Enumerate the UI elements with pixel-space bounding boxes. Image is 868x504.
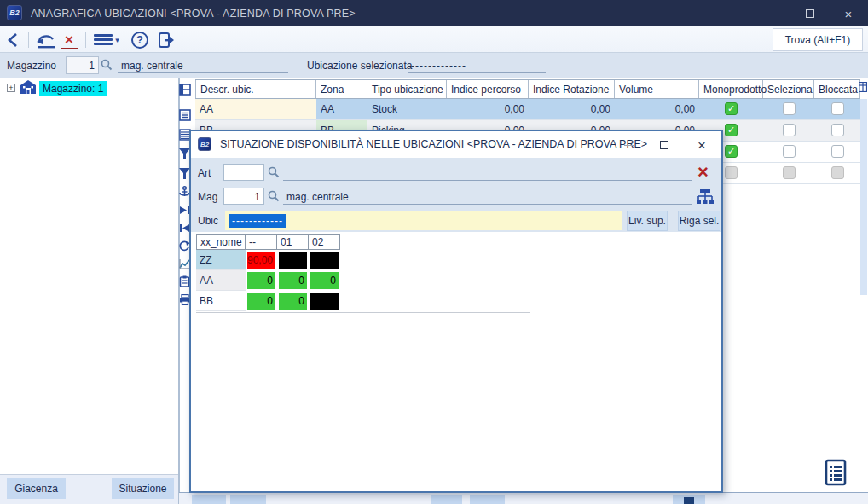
find-shortcut-button[interactable]: Trova (Alt+F1) (773, 28, 863, 51)
cell-descr[interactable]: AA (195, 99, 316, 119)
dialog-title-bar: B2 SITUAZIONE DISPONIBILITÀ NELLE UBICAZ… (191, 131, 721, 158)
grid-cell[interactable] (310, 293, 339, 310)
grid-row[interactable]: ZZ 90,00 (196, 250, 340, 270)
dialog-maximize-button[interactable] (651, 137, 677, 153)
ubic-input[interactable]: ------------ (225, 211, 622, 230)
bloccata-checkbox[interactable] (831, 124, 844, 136)
undo-button[interactable] (35, 29, 57, 50)
seleziona-checkbox-disabled (783, 166, 796, 179)
column-indice-rotazione[interactable]: Indice Rotazione (529, 80, 615, 98)
close-button[interactable]: × (836, 6, 861, 21)
cell-tipo[interactable]: Stock (367, 99, 447, 119)
menu-button[interactable]: ▾ (92, 29, 121, 50)
column-tipo-ubicazione[interactable]: Tipo ubicazione (367, 80, 447, 98)
art-input[interactable] (223, 164, 264, 181)
cell-indice-percorso[interactable]: 0,00 (447, 99, 529, 119)
ubicazione-label: Ubicazione selezionata (307, 60, 412, 72)
title-bar: B2 ANAGRAFICA UBICAZIONI <PROVA - AZIEND… (0, 0, 868, 26)
grid-row-name[interactable]: ZZ (196, 250, 246, 270)
grid-cell[interactable]: 0 (310, 272, 339, 289)
tab-giacenza[interactable]: Giacenza (7, 478, 66, 499)
monoprodotto-checkbox[interactable]: ✓ (725, 145, 738, 158)
delete-button[interactable]: × (59, 29, 79, 50)
dialog-minimize-button[interactable] (616, 137, 641, 153)
grid-row-name[interactable]: BB (196, 291, 246, 311)
list-icon[interactable] (179, 108, 194, 122)
riga-sel-button[interactable]: Riga sel. (678, 211, 720, 231)
mag-input[interactable]: 1 (223, 188, 264, 205)
panel-splitter[interactable] (178, 78, 180, 504)
bloccata-checkbox[interactable] (831, 145, 844, 158)
grid-icon[interactable] (179, 83, 194, 96)
report-button[interactable] (825, 459, 847, 486)
column-bloccata[interactable]: Bloccata (814, 80, 860, 98)
tree-node-magazzino[interactable]: Magazzino: 1 (39, 81, 107, 96)
structure-tree-icon[interactable] (696, 188, 715, 206)
column-zona[interactable]: Zona (316, 80, 367, 98)
grid-row[interactable]: BB 0 0 (196, 291, 340, 311)
dialog-cancel-icon[interactable]: × (697, 163, 709, 182)
warehouse-tree-panel: + Magazzino: 1 (0, 78, 178, 474)
tree-expander[interactable]: + (7, 84, 15, 92)
back-icon (7, 32, 19, 48)
app-logo-icon: B2 (198, 137, 211, 151)
grid-cell[interactable]: 0 (279, 272, 307, 289)
column-02[interactable]: 02 (309, 234, 340, 250)
back-button[interactable] (4, 29, 21, 50)
column-chooser-icon[interactable] (859, 82, 867, 92)
ubic-row: Ubic ------------ Liv. sup. Riga sel. (191, 210, 721, 232)
app-logo-icon: B2 (7, 5, 22, 20)
mag-search-icon[interactable] (268, 190, 280, 202)
liv-sup-button[interactable]: Liv. sup. (627, 211, 668, 231)
cell-volume[interactable]: 0,00 (615, 99, 699, 119)
grid-cell[interactable]: 0 (279, 293, 307, 310)
grid-cell[interactable]: 0 (247, 272, 275, 289)
window-title: ANAGRAFICA UBICAZIONI <PROVA - AZIENDA D… (31, 8, 356, 20)
dialog-grid-header: xx_nome -- 01 02 (196, 234, 340, 250)
bottom-button[interactable] (470, 495, 505, 504)
bottom-button[interactable] (192, 495, 226, 504)
column-seleziona[interactable]: Seleziona (763, 80, 814, 98)
maximize-button[interactable] (797, 6, 823, 21)
magazzino-input[interactable]: 1 (66, 56, 99, 74)
monoprodotto-checkbox[interactable]: ✓ (725, 102, 738, 115)
magazzino-desc-field: mag. centrale (118, 55, 288, 73)
column-descr-ubic[interactable]: Descr. ubic. (195, 80, 316, 98)
seleziona-checkbox[interactable] (783, 102, 796, 115)
seleziona-checkbox[interactable] (783, 124, 796, 136)
bottom-button[interactable] (230, 495, 266, 504)
cell-zona[interactable]: AA (316, 99, 367, 119)
art-label: Art (198, 167, 211, 179)
bottom-button[interactable] (673, 495, 705, 504)
help-button[interactable]: ? (130, 29, 150, 50)
column-xx-nome[interactable]: xx_nome (196, 234, 246, 250)
monoprodotto-checkbox[interactable]: ✓ (725, 124, 738, 136)
column-monoprodotto[interactable]: Monoprodotto (699, 80, 763, 98)
column-indice-percorso[interactable]: Indice percorso (447, 80, 529, 98)
ubicazione-field: ------------- (408, 55, 546, 73)
cell-indice-rotazione[interactable]: 0,00 (529, 99, 615, 119)
magazzino-search-icon[interactable] (101, 59, 113, 71)
column-dash[interactable]: -- (246, 234, 277, 250)
grid-cell[interactable]: 90,00 (247, 252, 275, 269)
table-row[interactable]: AA AA Stock 0,00 0,00 0,00 ✓ (195, 99, 860, 120)
exit-button[interactable] (156, 29, 176, 50)
grid-cell[interactable] (310, 252, 339, 269)
seleziona-checkbox[interactable] (783, 145, 796, 158)
column-volume[interactable]: Volume (615, 80, 699, 98)
art-search-icon[interactable] (268, 166, 280, 178)
bloccata-checkbox-disabled (831, 166, 844, 179)
minimize-button[interactable] (759, 6, 784, 21)
table-scrollbar[interactable] (860, 99, 867, 295)
dialog-close-button[interactable]: × (689, 137, 715, 153)
grid-row-name[interactable]: AA (196, 270, 246, 291)
bottom-toolbar (179, 492, 868, 504)
column-01[interactable]: 01 (277, 234, 309, 250)
grid-row[interactable]: AA 0 0 0 (196, 270, 340, 291)
app-window: B2 ANAGRAFICA UBICAZIONI <PROVA - AZIEND… (0, 0, 868, 504)
grid-cell[interactable] (279, 252, 307, 269)
bloccata-checkbox[interactable] (831, 102, 844, 115)
grid-cell[interactable]: 0 (247, 293, 275, 310)
bottom-button[interactable] (431, 495, 462, 504)
tab-situazione[interactable]: Situazione (112, 478, 174, 499)
